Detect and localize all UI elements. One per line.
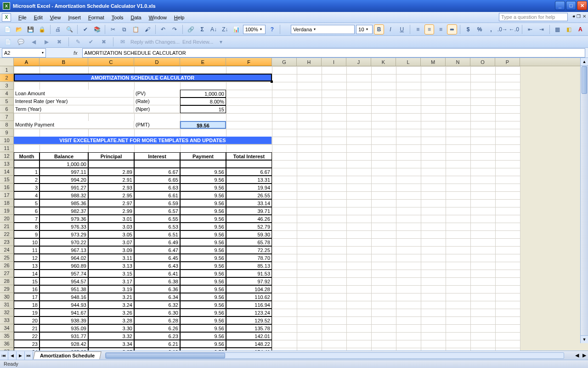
cell-A25[interactable]: 12: [14, 254, 40, 262]
cell-F31[interactable]: 116.94: [226, 301, 272, 309]
cell-A35[interactable]: 22: [14, 332, 40, 340]
cell-C15[interactable]: 2.91: [88, 176, 134, 184]
cell-A32[interactable]: 19: [14, 309, 40, 316]
help-button[interactable]: ?: [267, 24, 277, 34]
delete-comment-button[interactable]: ✖: [54, 37, 64, 47]
permission-button[interactable]: 🔒: [37, 24, 47, 34]
horizontal-scroll-thumb[interactable]: [106, 353, 225, 358]
row-header-11[interactable]: 11: [0, 144, 14, 152]
cell-D35[interactable]: 6.23: [134, 332, 180, 340]
cell-B15[interactable]: 994.20: [40, 176, 88, 184]
formula-input[interactable]: AMORTIZATION SCHEDULE CALCULATOR: [82, 48, 585, 58]
cell-A23[interactable]: 10: [14, 238, 40, 246]
cell-C27[interactable]: 3.15: [88, 270, 134, 277]
cell-C19[interactable]: 2.99: [88, 207, 134, 215]
cell-A12[interactable]: Month: [14, 152, 40, 160]
fill-handle[interactable]: [271, 80, 273, 83]
underline-button[interactable]: U: [397, 24, 407, 34]
cell-C18[interactable]: 2.97: [88, 199, 134, 207]
cell-F14[interactable]: 6.67: [226, 168, 272, 176]
select-all-corner[interactable]: [0, 58, 14, 66]
align-right-button[interactable]: ≡: [435, 24, 446, 34]
cell-B18[interactable]: 985.36: [40, 199, 88, 207]
hyperlink-button[interactable]: 🔗: [186, 24, 196, 34]
cell-D36[interactable]: 6.21: [134, 340, 180, 348]
help-search-input[interactable]: Type a question for help: [499, 13, 568, 21]
currency-button[interactable]: $: [463, 24, 473, 34]
toolbar-options-button[interactable]: ▾: [216, 37, 226, 47]
menu-format[interactable]: Format: [85, 13, 108, 22]
cell-D27[interactable]: 6.41: [134, 270, 180, 277]
sort-desc-button[interactable]: Z↓: [220, 24, 230, 34]
cell-A21[interactable]: 8: [14, 223, 40, 230]
cell-E14[interactable]: 9.56: [180, 168, 226, 176]
cell-A5[interactable]: Interest Rate (per Year): [14, 98, 134, 105]
cell-A28[interactable]: 15: [14, 277, 40, 285]
col-header-L[interactable]: L: [396, 58, 421, 66]
cell-C13[interactable]: [88, 160, 134, 168]
decrease-decimal-button[interactable]: ←.0: [509, 24, 519, 34]
cell-F26[interactable]: 85.13: [226, 262, 272, 270]
cell-A20[interactable]: 7: [14, 215, 40, 223]
row-header-2[interactable]: 2: [0, 74, 14, 82]
cell-C16[interactable]: 2.93: [88, 184, 134, 191]
cell-F24[interactable]: 72.25: [226, 246, 272, 254]
cell-D4[interactable]: (PV): [134, 90, 180, 98]
cell-A19[interactable]: 6: [14, 207, 40, 215]
autosum-button[interactable]: Σ: [197, 24, 207, 34]
col-header-D[interactable]: D: [134, 58, 180, 66]
cell-C31[interactable]: 3.24: [88, 301, 134, 309]
row-header-17[interactable]: 17: [0, 191, 14, 199]
cell-E15[interactable]: 9.56: [180, 176, 226, 184]
scroll-left-button[interactable]: ◀: [573, 352, 581, 358]
cell-D6[interactable]: (Nper): [134, 105, 180, 113]
cell-F16[interactable]: 19.94: [226, 184, 272, 191]
cell-D20[interactable]: 6.55: [134, 215, 180, 223]
cell-B19[interactable]: 982.37: [40, 207, 88, 215]
cell-D33[interactable]: 6.28: [134, 316, 180, 324]
font-size-dropdown[interactable]: 10▾: [356, 25, 373, 34]
row-header-14[interactable]: 14: [0, 168, 14, 176]
cell-F33[interactable]: 129.52: [226, 316, 272, 324]
cell-F13[interactable]: [226, 160, 272, 168]
scroll-right-button[interactable]: ▶: [581, 352, 588, 358]
cell-C36[interactable]: 3.34: [88, 340, 134, 348]
cell-C32[interactable]: 3.26: [88, 309, 134, 316]
new-comment-button[interactable]: 📄: [3, 37, 13, 47]
align-left-button[interactable]: ≡: [413, 24, 423, 34]
new-button[interactable]: 📄: [3, 24, 13, 34]
tab-nav-prev[interactable]: ◀: [8, 351, 17, 360]
cell-F25[interactable]: 78.70: [226, 254, 272, 262]
increase-indent-button[interactable]: ⇥: [537, 24, 547, 34]
cell-A16[interactable]: 3: [14, 184, 40, 191]
cell-E31[interactable]: 9.56: [180, 301, 226, 309]
cell-D5[interactable]: (Rate): [134, 98, 180, 105]
send-mail-button[interactable]: ✉: [118, 37, 128, 47]
cell-E24[interactable]: 9.56: [180, 246, 226, 254]
name-box[interactable]: A2▾: [2, 48, 46, 58]
maximize-button[interactable]: □: [566, 1, 576, 10]
cell-grid[interactable]: AMORTIZATION SCHEDULE CALCULATORVISIT EX…: [14, 66, 520, 356]
tab-nav-next[interactable]: ▶: [17, 351, 25, 360]
row-header-13[interactable]: 13: [0, 160, 14, 168]
cut-button[interactable]: ✂: [108, 24, 118, 34]
cell-E19[interactable]: 9.56: [180, 207, 226, 215]
cell-F21[interactable]: 52.79: [226, 223, 272, 230]
cell-A24[interactable]: 11: [14, 246, 40, 254]
cell-D23[interactable]: 6.49: [134, 238, 180, 246]
research-button[interactable]: 📚: [92, 24, 102, 34]
cell-D29[interactable]: 6.36: [134, 285, 180, 293]
decrease-indent-button[interactable]: ⇤: [525, 24, 535, 34]
cell-A36[interactable]: 23: [14, 340, 40, 348]
bold-button[interactable]: B: [374, 24, 384, 34]
cell-D31[interactable]: 6.32: [134, 301, 180, 309]
row-header-22[interactable]: 22: [0, 230, 14, 238]
cell-F30[interactable]: 110.62: [226, 293, 272, 301]
cell-B24[interactable]: 967.13: [40, 246, 88, 254]
row-header-24[interactable]: 24: [0, 246, 14, 254]
cell-B16[interactable]: 991.27: [40, 184, 88, 191]
cell-B13[interactable]: 1,000.00: [40, 160, 88, 168]
cell-C24[interactable]: 3.09: [88, 246, 134, 254]
doc-minimize-button[interactable]: –: [572, 14, 575, 19]
col-header-E[interactable]: E: [180, 58, 226, 66]
